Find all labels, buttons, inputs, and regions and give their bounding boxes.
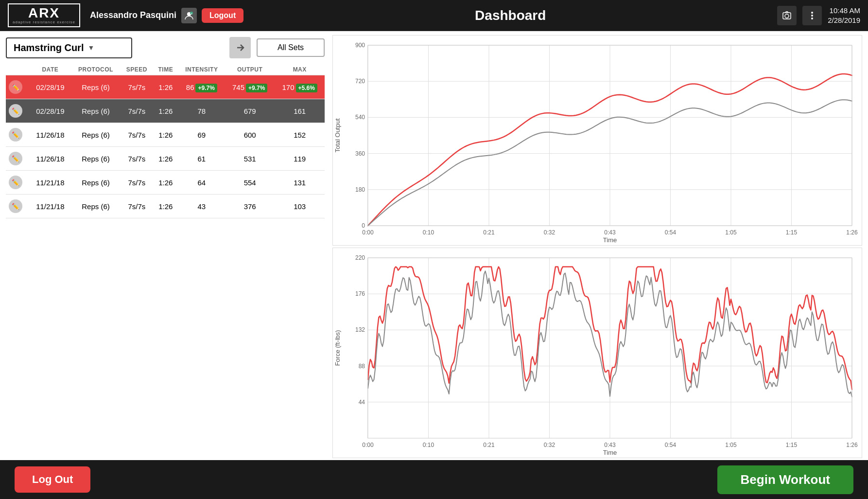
svg-point-4: [785, 14, 789, 18]
max-cell: 119: [275, 147, 325, 171]
protocol-cell: Reps (6): [71, 75, 121, 99]
protocol-cell: Reps (6): [71, 147, 121, 171]
bottom-chart: [333, 248, 862, 458]
edit-icon[interactable]: ✏️: [9, 128, 22, 142]
right-panel: [330, 31, 868, 460]
edit-cell[interactable]: ✏️: [6, 123, 30, 147]
date-cell: 11/26/18: [30, 123, 71, 147]
edit-cell[interactable]: ✏️: [6, 99, 30, 123]
col-header-time: TIME: [153, 64, 178, 75]
forward-arrow-button[interactable]: [229, 37, 251, 58]
date-cell: 02/28/19: [30, 75, 71, 99]
max-cell: 131: [275, 171, 325, 195]
top-chart-container: [332, 35, 862, 246]
col-header-protocol: PROTOCOL: [71, 64, 121, 75]
col-header-date: DATE: [30, 64, 71, 75]
datetime-display: 10:48 AM 2/28/2019: [828, 6, 860, 25]
edit-cell[interactable]: ✏️: [6, 75, 30, 99]
user-icon[interactable]: +: [181, 8, 197, 23]
output-cell: 376: [225, 195, 275, 218]
intensity-cell: 43: [178, 195, 225, 218]
output-cell: 531: [225, 147, 275, 171]
protocol-cell: Reps (6): [71, 123, 121, 147]
svg-point-5: [811, 12, 813, 14]
left-panel: Hamstring Curl ▼ All Sets DATE PROTOCOL …: [0, 31, 330, 460]
svg-point-6: [811, 15, 813, 17]
output-cell: 554: [225, 171, 275, 195]
max-cell: 103: [275, 195, 325, 218]
main-content: Hamstring Curl ▼ All Sets DATE PROTOCOL …: [0, 31, 868, 460]
username-label: Alessandro Pasquini: [90, 10, 176, 20]
exercise-name: Hamstring Curl: [14, 42, 84, 53]
output-cell: 679: [225, 99, 275, 123]
time-cell: 1:26: [153, 195, 178, 218]
date-cell: 11/26/18: [30, 147, 71, 171]
top-chart: [333, 36, 862, 245]
edit-cell[interactable]: ✏️: [6, 171, 30, 195]
svg-text:+: +: [191, 12, 192, 15]
all-sets-button[interactable]: All Sets: [257, 38, 325, 57]
dropdown-arrow-icon: ▼: [87, 44, 94, 52]
speed-cell: 7s/7s: [121, 195, 153, 218]
header: ARX adaptive resistance exercise Alessan…: [0, 0, 868, 31]
logo-area: ARX adaptive resistance exercise: [8, 3, 80, 27]
speed-cell: 7s/7s: [121, 123, 153, 147]
intensity-cell: 86+9.7%: [178, 75, 225, 99]
col-header-intensity: INTENSITY: [178, 64, 225, 75]
logo-subtitle: adaptive resistance exercise: [13, 20, 75, 24]
time-cell: 1:26: [153, 75, 178, 99]
edit-icon[interactable]: ✏️: [9, 152, 22, 165]
date-cell: 11/21/18: [30, 171, 71, 195]
protocol-cell: Reps (6): [71, 99, 121, 123]
intensity-badge: +9.7%: [195, 84, 217, 92]
time-cell: 1:26: [153, 147, 178, 171]
col-header-speed: SPEED: [121, 64, 153, 75]
max-cell: 161: [275, 99, 325, 123]
user-area: Alessandro Pasquini + Logout: [90, 8, 243, 23]
intensity-cell: 78: [178, 99, 225, 123]
speed-cell: 7s/7s: [121, 75, 153, 99]
max-cell: 152: [275, 123, 325, 147]
speed-cell: 7s/7s: [121, 171, 153, 195]
intensity-cell: 61: [178, 147, 225, 171]
exercise-dropdown[interactable]: Hamstring Curl ▼: [6, 37, 132, 58]
max-badge: +5.6%: [296, 84, 317, 92]
protocol-cell: Reps (6): [71, 171, 121, 195]
edit-icon[interactable]: ✏️: [9, 176, 22, 189]
time-display: 10:48 AM: [828, 6, 860, 16]
logout-button[interactable]: Logout: [202, 8, 243, 23]
time-cell: 1:26: [153, 99, 178, 123]
col-header-max: MAX: [275, 64, 325, 75]
logo-box: ARX adaptive resistance exercise: [8, 3, 80, 27]
edit-icon[interactable]: ✏️: [9, 104, 22, 118]
output-cell: 745+9.7%: [225, 75, 275, 99]
speed-cell: 7s/7s: [121, 99, 153, 123]
begin-workout-button[interactable]: Begin Workout: [717, 465, 853, 494]
bottom-chart-container: [332, 248, 862, 458]
col-header-output: OUTPUT: [225, 64, 275, 75]
edit-icon[interactable]: ✏️: [9, 80, 22, 94]
menu-button[interactable]: [802, 6, 822, 25]
log-out-button[interactable]: Log Out: [15, 466, 90, 493]
edit-icon[interactable]: ✏️: [9, 199, 22, 213]
output-cell: 600: [225, 123, 275, 147]
max-cell: 170+5.6%: [275, 75, 325, 99]
date-display: 2/28/2019: [828, 16, 860, 25]
intensity-cell: 64: [178, 171, 225, 195]
logo-text: ARX: [28, 6, 60, 20]
col-header-edit: [6, 64, 30, 75]
intensity-cell: 69: [178, 123, 225, 147]
date-cell: 02/28/19: [30, 99, 71, 123]
edit-cell[interactable]: ✏️: [6, 195, 30, 218]
page-title: Dashboard: [243, 8, 777, 23]
output-badge: +9.7%: [246, 84, 267, 92]
edit-cell[interactable]: ✏️: [6, 147, 30, 171]
header-right: 10:48 AM 2/28/2019: [777, 6, 860, 25]
date-cell: 11/21/18: [30, 195, 71, 218]
screenshot-button[interactable]: [777, 6, 797, 25]
footer: Log Out Begin Workout: [0, 460, 868, 499]
svg-point-7: [811, 18, 813, 19]
time-cell: 1:26: [153, 171, 178, 195]
protocol-cell: Reps (6): [71, 195, 121, 218]
exercise-header: Hamstring Curl ▼ All Sets: [6, 37, 325, 58]
